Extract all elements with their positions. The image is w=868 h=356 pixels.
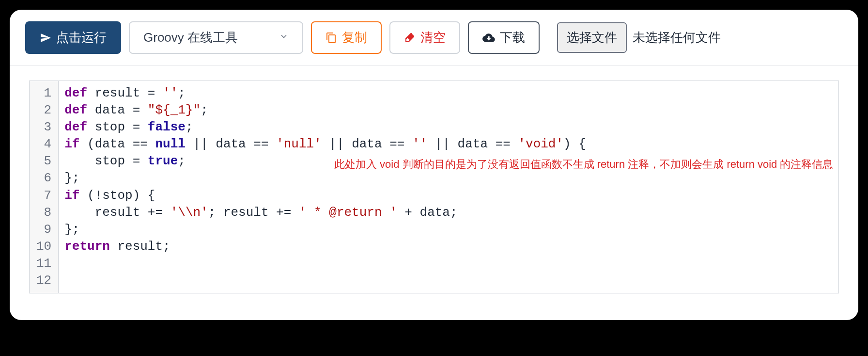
annotation-text: 此处加入 void 判断的目的是为了没有返回值函数不生成 return 注释，不…	[334, 157, 833, 172]
copy-icon	[326, 32, 337, 44]
code-line[interactable]: result += '\\n'; result += ' * @return '…	[64, 204, 833, 221]
clear-button-label: 清空	[420, 29, 446, 46]
code-line[interactable]: return result;	[64, 238, 833, 255]
line-number: 6	[33, 170, 54, 187]
choose-file-label: 选择文件	[567, 30, 617, 45]
clear-button[interactable]: 清空	[389, 21, 460, 54]
download-button-label: 下载	[500, 29, 525, 46]
app-window: 点击运行 Groovy 在线工具 复制 清空 下载	[10, 10, 858, 320]
line-number: 10	[33, 238, 54, 255]
language-selected-label: Groovy 在线工具	[143, 29, 238, 46]
language-select[interactable]: Groovy 在线工具	[129, 21, 303, 54]
code-editor[interactable]: 123456789101112 def result = '';def data…	[29, 81, 839, 293]
chevron-down-icon	[279, 32, 289, 44]
run-button[interactable]: 点击运行	[25, 21, 121, 54]
line-number: 7	[33, 187, 54, 204]
cloud-download-icon	[482, 32, 495, 44]
copy-button[interactable]: 复制	[311, 21, 382, 54]
line-number: 8	[33, 204, 54, 221]
toolbar: 点击运行 Groovy 在线工具 复制 清空 下载	[10, 10, 858, 66]
code-line[interactable]: def data = "${_1}";	[64, 102, 833, 119]
line-number: 11	[33, 255, 54, 272]
no-file-text: 未选择任何文件	[633, 29, 721, 46]
line-number: 2	[33, 102, 54, 119]
code-line[interactable]	[64, 255, 833, 272]
code-line[interactable]: if (data == null || data == 'null' || da…	[64, 136, 833, 153]
eraser-icon	[404, 32, 416, 44]
copy-button-label: 复制	[342, 29, 367, 46]
choose-file-button[interactable]: 选择文件	[557, 22, 627, 53]
file-input-group: 选择文件 未选择任何文件	[557, 22, 721, 53]
paper-plane-icon	[40, 32, 51, 44]
code-line[interactable]: def result = '';	[64, 85, 833, 102]
code-line[interactable]: };	[64, 170, 833, 187]
line-number: 4	[33, 136, 54, 153]
code-area: 123456789101112 def result = '';def data…	[10, 66, 858, 293]
line-number: 1	[33, 85, 54, 102]
line-number: 9	[33, 221, 54, 238]
code-line[interactable]	[64, 272, 833, 289]
line-number: 3	[33, 119, 54, 136]
run-button-label: 点击运行	[56, 29, 107, 46]
line-gutter: 123456789101112	[30, 81, 59, 293]
line-number: 5	[33, 153, 54, 170]
download-button[interactable]: 下载	[468, 21, 540, 54]
code-content[interactable]: def result = '';def data = "${_1}";def s…	[59, 81, 838, 293]
code-line[interactable]: };	[64, 221, 833, 238]
code-line[interactable]: def stop = false;	[64, 119, 833, 136]
code-line[interactable]: if (!stop) {	[64, 187, 833, 204]
line-number: 12	[33, 272, 54, 289]
